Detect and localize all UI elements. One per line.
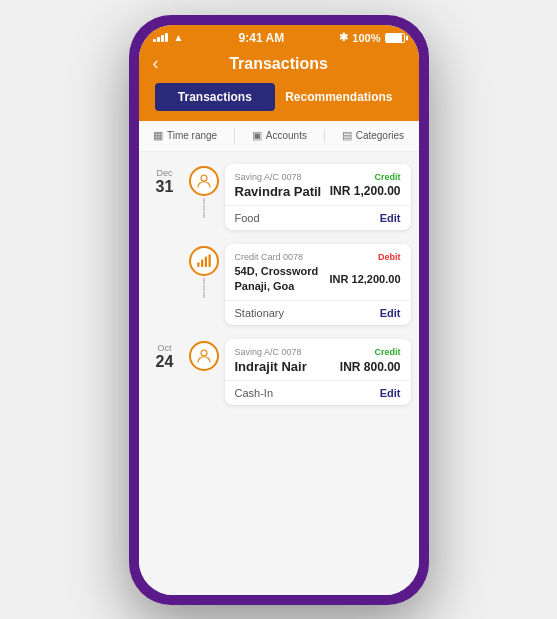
card-name-0: Ravindra Patil: [235, 184, 324, 199]
filter-divider-1: [234, 129, 235, 143]
transaction-card-2: Saving A/C 0078 Credit Indrajit Nair INR…: [225, 339, 411, 405]
filter-accounts[interactable]: ▣ Accounts: [252, 129, 307, 142]
card-name-1: 54D, Crossword Panaji, Goa: [235, 264, 324, 295]
bluetooth-icon: ✱: [339, 31, 348, 44]
card-name-2: Indrajit Nair: [235, 359, 334, 374]
card-edit-1[interactable]: Edit: [380, 307, 401, 319]
transaction-group-0: Dec 31: [147, 162, 411, 230]
card-category-2: Cash-In: [235, 387, 274, 399]
card-top-2: Saving A/C 0078 Credit Indrajit Nair INR…: [225, 339, 411, 381]
card-bottom-1: Stationary Edit: [225, 301, 411, 325]
transaction-card-1: Credit Card 0078 Debit 54D, Crossword Pa…: [225, 244, 411, 326]
card-account-1: Credit Card 0078: [235, 252, 304, 262]
date-month-0: Dec: [147, 168, 183, 178]
battery-label: 100%: [352, 32, 380, 44]
status-time: 9:41 AM: [239, 31, 285, 45]
card-row1-0: Saving A/C 0078 Credit: [235, 172, 401, 182]
transaction-timeline: Dec 31: [147, 162, 411, 406]
svg-rect-1: [197, 262, 199, 267]
card-edit-0[interactable]: Edit: [380, 212, 401, 224]
wifi-icon: ▲: [174, 32, 184, 43]
svg-rect-3: [204, 256, 206, 267]
card-account-0: Saving A/C 0078: [235, 172, 302, 182]
filter-time-range[interactable]: ▦ Time range: [153, 129, 217, 142]
date-day-2: 24: [147, 353, 183, 371]
filter-bar: ▦ Time range ▣ Accounts ▤ Categories: [139, 121, 419, 152]
card-row1-2: Saving A/C 0078 Credit: [235, 347, 401, 357]
avatar-icon-1: [189, 246, 219, 276]
filter-time-label: Time range: [167, 130, 217, 141]
accounts-icon: ▣: [252, 129, 262, 142]
transaction-card-0: Saving A/C 0078 Credit Ravindra Patil IN…: [225, 164, 411, 230]
tab-transactions[interactable]: Transactions: [155, 83, 276, 111]
date-label-2: Oct 24: [147, 337, 183, 371]
date-day-0: 31: [147, 178, 183, 196]
card-amount-0: INR 1,200.00: [330, 184, 401, 198]
status-bar: ▲ 9:41 AM ✱ 100%: [139, 25, 419, 49]
page-title: Transactions: [229, 55, 328, 73]
card-category-0: Food: [235, 212, 260, 224]
header: ‹ Transactions: [139, 49, 419, 83]
filter-divider-2: [324, 129, 325, 143]
status-left: ▲: [153, 32, 184, 43]
back-button[interactable]: ‹: [153, 53, 159, 74]
phone-screen: ▲ 9:41 AM ✱ 100% ‹ Transactions Transact…: [139, 25, 419, 595]
tab-recommendations[interactable]: Recommendations: [275, 83, 402, 111]
card-row2-0: Ravindra Patil INR 1,200.00: [235, 184, 401, 199]
categories-icon: ▤: [342, 129, 352, 142]
transaction-group-2: Oct 24 Sav: [147, 337, 411, 405]
card-row1-1: Credit Card 0078 Debit: [235, 252, 401, 262]
svg-point-0: [201, 175, 207, 181]
avatar-icon-2: [189, 341, 219, 371]
avatar-icon-0: [189, 166, 219, 196]
card-row2-1: 54D, Crossword Panaji, Goa INR 12,200.00: [235, 264, 401, 295]
calendar-icon: ▦: [153, 129, 163, 142]
filter-accounts-label: Accounts: [266, 130, 307, 141]
card-account-2: Saving A/C 0078: [235, 347, 302, 357]
filter-categories-label: Categories: [356, 130, 404, 141]
date-month-2: Oct: [147, 343, 183, 353]
card-row2-2: Indrajit Nair INR 800.00: [235, 359, 401, 374]
card-category-1: Stationary: [235, 307, 285, 319]
timeline-icon-col-0: [189, 162, 219, 218]
card-amount-2: INR 800.00: [340, 360, 401, 374]
dashed-line-0: [203, 198, 205, 218]
card-type-2: Credit: [374, 347, 400, 357]
phone-frame: ▲ 9:41 AM ✱ 100% ‹ Transactions Transact…: [129, 15, 429, 605]
card-bottom-2: Cash-In Edit: [225, 381, 411, 405]
timeline-icon-col-2: [189, 337, 219, 371]
tab-bar: Transactions Recommendations: [139, 83, 419, 121]
card-type-1: Debit: [378, 252, 401, 262]
battery-icon: [385, 33, 405, 43]
card-bottom-0: Food Edit: [225, 206, 411, 230]
card-top-1: Credit Card 0078 Debit 54D, Crossword Pa…: [225, 244, 411, 302]
svg-rect-2: [201, 259, 203, 267]
date-label-0: Dec 31: [147, 162, 183, 196]
content-area: Dec 31: [139, 152, 419, 595]
svg-point-5: [201, 350, 207, 356]
card-top-0: Saving A/C 0078 Credit Ravindra Patil IN…: [225, 164, 411, 206]
card-amount-1: INR 12,200.00: [330, 273, 401, 285]
svg-rect-4: [208, 254, 210, 267]
card-edit-2[interactable]: Edit: [380, 387, 401, 399]
signal-icon: [153, 33, 168, 42]
timeline-icon-col-1: [189, 242, 219, 298]
dashed-line-1: [203, 278, 205, 298]
status-right: ✱ 100%: [339, 31, 404, 44]
filter-categories[interactable]: ▤ Categories: [342, 129, 404, 142]
card-type-0: Credit: [374, 172, 400, 182]
transaction-group-1: - -: [147, 242, 411, 326]
